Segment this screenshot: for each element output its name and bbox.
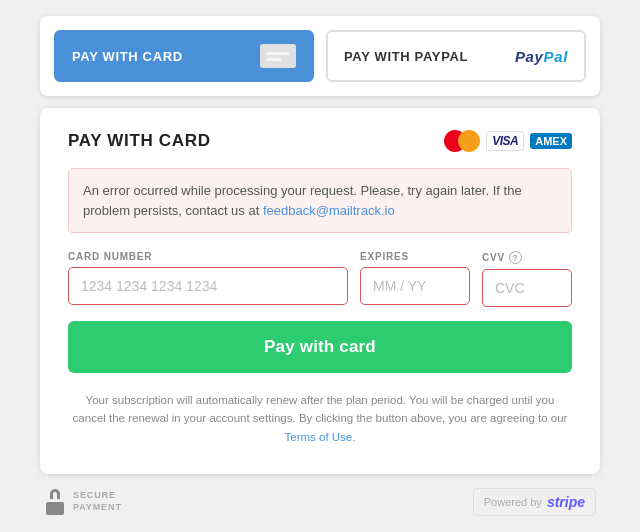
amex-logo: AMEX xyxy=(530,133,572,149)
stripe-badge: Powered by stripe xyxy=(473,488,596,516)
card-number-field-group: CARD NUMBER xyxy=(68,251,348,307)
card-number-label: CARD NUMBER xyxy=(68,251,348,262)
cvv-label: CVV ? xyxy=(482,251,572,264)
terms-link[interactable]: Terms of Use. xyxy=(285,431,356,443)
error-email-link[interactable]: feedback@mailtrack.io xyxy=(263,203,395,218)
pay-with-card-label: PAY WITH CARD xyxy=(72,49,183,64)
subscription-note: Your subscription will automatically ren… xyxy=(68,391,572,446)
cvv-help-icon[interactable]: ? xyxy=(509,251,522,264)
stripe-logo: stripe xyxy=(547,494,585,510)
card-form-row: CARD NUMBER EXPIRES CVV ? xyxy=(68,251,572,307)
expires-label: EXPIRES xyxy=(360,251,470,262)
lock-body xyxy=(46,502,64,515)
payment-method-selector: PAY WITH CARD PAY WITH PAYPAL PayPal xyxy=(40,16,600,96)
cvv-input[interactable] xyxy=(482,269,572,307)
credit-card-icon xyxy=(260,44,296,68)
pay-with-card-button[interactable]: PAY WITH CARD xyxy=(54,30,314,82)
mc-orange-circle xyxy=(458,130,480,152)
error-message-box: An error ocurred while processing your r… xyxy=(68,168,572,233)
lock-shackle xyxy=(50,489,60,499)
payment-methods-row: PAY WITH CARD PAY WITH PAYPAL PayPal xyxy=(54,30,586,82)
expires-input[interactable] xyxy=(360,267,470,305)
paypal-pal: Pal xyxy=(544,48,568,65)
cvv-field-group: CVV ? xyxy=(482,251,572,307)
card-line-1 xyxy=(267,52,289,55)
secure-text: SECURE PAYMENT xyxy=(73,490,122,513)
pay-with-paypal-button[interactable]: PAY WITH PAYPAL PayPal xyxy=(326,30,586,82)
pay-with-card-panel: PAY WITH CARD VISA AMEX An error ocurred… xyxy=(40,108,600,474)
card-number-input[interactable] xyxy=(68,267,348,305)
card-brand-logos: VISA AMEX xyxy=(444,130,572,152)
paypal-logo: PayPal xyxy=(515,48,568,65)
panel-title: PAY WITH CARD xyxy=(68,131,211,151)
visa-logo: VISA xyxy=(486,131,524,151)
card-lines xyxy=(267,52,289,61)
stripe-prefix: Powered by xyxy=(484,496,542,508)
footer-row: SECURE PAYMENT Powered by stripe xyxy=(40,488,600,516)
expires-field-group: EXPIRES xyxy=(360,251,470,307)
note-text: Your subscription will automatically ren… xyxy=(73,394,568,424)
lock-icon xyxy=(44,489,66,515)
mastercard-logo xyxy=(444,130,480,152)
card-header: PAY WITH CARD VISA AMEX xyxy=(68,130,572,152)
secure-payment-badge: SECURE PAYMENT xyxy=(44,489,122,515)
card-line-2 xyxy=(267,58,281,61)
pay-with-paypal-label: PAY WITH PAYPAL xyxy=(344,49,468,64)
pay-button[interactable]: Pay with card xyxy=(68,321,572,373)
